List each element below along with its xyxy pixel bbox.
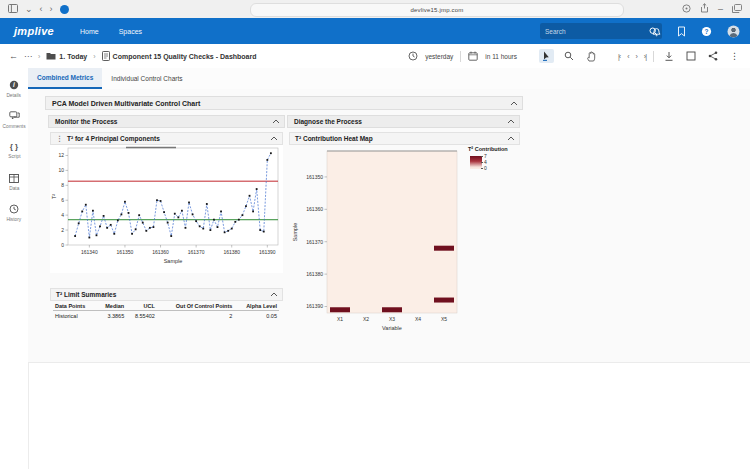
collapse-chevron-icon[interactable]	[507, 136, 519, 141]
svg-text:161350: 161350	[117, 249, 134, 255]
jmp-live-logo[interactable]: jmplive	[0, 25, 54, 37]
nav-item-home[interactable]: Home	[80, 28, 99, 35]
heatmap-panel-header[interactable]: T² Contribution Heat Map	[289, 132, 520, 145]
svg-text:T²: T²	[51, 194, 57, 199]
more-options-icon[interactable]: ⋮	[727, 49, 742, 63]
browser-tabs-icon[interactable]	[732, 4, 742, 15]
svg-text:161380: 161380	[223, 249, 240, 255]
breadcrumb-ellipsis-icon[interactable]: ⋯	[24, 52, 32, 61]
svg-text:X2: X2	[363, 316, 369, 322]
published-time-icon	[408, 51, 418, 61]
breadcrumb-separator: ›	[38, 53, 40, 60]
svg-text:0: 0	[61, 242, 64, 248]
app-header-bar: jmplive Home Spaces ?	[0, 18, 750, 44]
collapse-chevron-icon[interactable]	[270, 292, 282, 297]
sidebar-item-comments[interactable]: Comments	[0, 105, 28, 135]
tab-individual-control-charts[interactable]: Individual Control Charts	[102, 68, 191, 89]
published-time-label: yesterday	[425, 53, 453, 60]
script-braces-icon: { }	[10, 143, 18, 151]
svg-text:161360: 161360	[152, 249, 169, 255]
svg-text:4: 4	[61, 212, 64, 218]
tab-combined-metrics[interactable]: Combined Metrics	[28, 68, 102, 89]
nav-item-spaces[interactable]: Spaces	[119, 28, 142, 35]
browser-share-icon[interactable]	[700, 3, 709, 15]
drag-handle-icon[interactable]: ⋮	[56, 135, 63, 142]
last-page-icon[interactable]: ›|	[644, 53, 646, 60]
report-tabstrip: Combined Metrics Individual Control Char…	[28, 68, 750, 90]
browser-caret-icon[interactable]: ⌄	[25, 5, 33, 14]
svg-text:161360: 161360	[306, 206, 323, 212]
first-page-icon[interactable]: |‹	[618, 53, 620, 60]
sidebar-item-data[interactable]: Data	[0, 167, 28, 197]
svg-text:161350: 161350	[306, 174, 323, 180]
svg-text:X3: X3	[389, 316, 395, 322]
refresh-schedule-label: in 11 hours	[485, 53, 517, 60]
breadcrumb-separator: ›	[93, 53, 95, 60]
sidebar-item-details[interactable]: i Details	[0, 74, 28, 104]
breadcrumb-folder[interactable]: 1. Today	[46, 52, 87, 60]
limit-summaries-table: Data Points Median UCL Out Of Control Po…	[53, 302, 279, 320]
browser-new-tab-icon[interactable]: –	[718, 5, 723, 14]
outline-header-pca-model[interactable]: PCA Model Driven Multivariate Control Ch…	[45, 96, 523, 110]
download-icon[interactable]	[661, 49, 676, 63]
diagnose-process-header[interactable]: Diagnose the Process	[287, 115, 520, 128]
collapse-chevron-icon[interactable]	[507, 119, 519, 124]
toolbar-divider	[653, 51, 654, 62]
collapse-chevron-icon[interactable]	[272, 119, 284, 124]
svg-text:161340: 161340	[81, 249, 98, 255]
svg-text:161380: 161380	[306, 271, 323, 277]
browser-back-icon[interactable]: ‹	[40, 5, 43, 14]
sidebar-item-history[interactable]: History	[0, 198, 28, 228]
table-row[interactable]: Historical 3.3865 8.55402 2 0.05	[53, 311, 279, 321]
svg-text:Sample: Sample	[164, 258, 183, 264]
help-icon[interactable]: ?	[701, 26, 712, 37]
dashboard-canvas: PCA Model Driven Multivariate Control Ch…	[28, 89, 750, 363]
svg-text:X5: X5	[441, 316, 447, 322]
browser-sidebar-icon[interactable]	[8, 4, 18, 15]
global-search[interactable]	[540, 23, 662, 39]
heatmap-legend: T² Contribution 7 4 0	[468, 146, 530, 173]
refresh-schedule-icon	[468, 51, 478, 61]
t2-control-chart[interactable]: 0246810121613401613501613601613701613801…	[50, 145, 282, 271]
left-rail: i Details Comments { } Script Data Histo…	[0, 68, 29, 469]
bookmark-icon[interactable]	[677, 26, 686, 37]
sidebar-item-script[interactable]: { } Script	[0, 136, 28, 166]
page-url: devlive15.jmp.com	[410, 7, 463, 13]
report-toolbar: ← ⋯ › 1. Today › Component 15 Quality Ch…	[0, 44, 750, 69]
t2-contribution-heatmap[interactable]: 161350161360161370161380161390X1X2X3X4X5…	[289, 145, 474, 345]
previous-page-icon[interactable]: ‹	[627, 53, 628, 60]
browser-address-bar[interactable]: devlive15.jmp.com	[250, 3, 624, 17]
legend-title: T² Contribution	[468, 146, 530, 152]
svg-text:?: ?	[705, 27, 709, 34]
browser-forward-icon[interactable]: ›	[50, 5, 53, 14]
monitor-process-header[interactable]: Monitor the Process	[48, 115, 285, 128]
browser-reader-icon[interactable]	[682, 4, 691, 15]
svg-text:2: 2	[61, 227, 64, 233]
history-clock-icon	[9, 204, 19, 214]
user-avatar[interactable]	[727, 25, 740, 38]
grabber-tool-button[interactable]	[583, 49, 598, 63]
next-page-icon[interactable]: ›	[636, 53, 637, 60]
jmp-favicon-icon	[60, 5, 69, 14]
selection-tool-button[interactable]	[539, 49, 554, 63]
limit-summaries-header[interactable]: T² Limit Summaries	[50, 288, 283, 301]
zoom-tool-button[interactable]	[561, 49, 576, 63]
share-icon[interactable]	[705, 49, 720, 63]
collapse-chevron-icon[interactable]	[270, 136, 282, 141]
table-header-row: Data Points Median UCL Out Of Control Po…	[53, 302, 279, 311]
jmp-live-window: ⌄ ‹ › devlive15.jmp.com – jmplive Home S…	[0, 0, 750, 469]
svg-text:10: 10	[58, 167, 64, 173]
breadcrumb-report-title[interactable]: Component 15 Quality Checks - Dashboard	[102, 51, 257, 61]
back-icon[interactable]: ←	[9, 51, 18, 61]
t2-chart-panel-body: 0246810121613401613501613601613701613801…	[50, 145, 283, 273]
collapse-chevron-icon[interactable]	[510, 101, 522, 106]
search-input[interactable]	[540, 28, 649, 35]
svg-text:X1: X1	[337, 316, 343, 322]
fullscreen-icon[interactable]	[683, 49, 698, 63]
svg-text:161370: 161370	[306, 239, 323, 245]
notifications-bell-icon[interactable]	[651, 26, 662, 37]
t2-chart-panel-header[interactable]: ⋮ T² for 4 Principal Components	[50, 132, 283, 145]
svg-text:i: i	[13, 81, 15, 88]
data-table-icon	[9, 174, 19, 183]
svg-text:Variable: Variable	[382, 325, 402, 331]
